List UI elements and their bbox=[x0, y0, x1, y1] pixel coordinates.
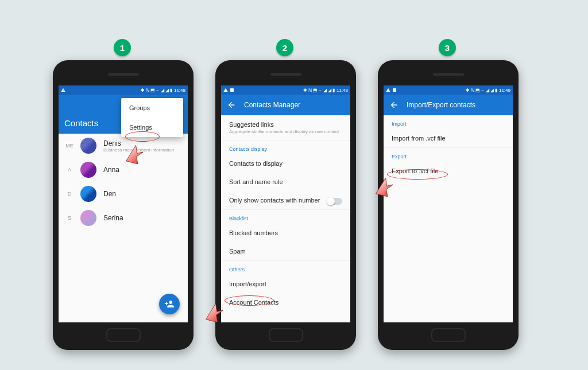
phone-1: ✱ ℕ ⬒ ⎓ ◢ ◢ ▮11:48 Contacts ME bbox=[53, 60, 194, 350]
page-title: Import/Export contacts bbox=[407, 101, 475, 109]
contact-tag: D bbox=[65, 191, 74, 197]
section-header-blacklist: Blacklist bbox=[221, 210, 350, 224]
status-icons: ✱ ℕ ⬒ ⎓ ◢ ◢ ▮ bbox=[141, 88, 172, 93]
row-import-export[interactable]: Import/export bbox=[221, 275, 350, 293]
row-suggested-links[interactable]: Suggested links Aggregate similar contac… bbox=[221, 115, 350, 140]
status-time: 11:48 bbox=[174, 88, 185, 93]
home-button[interactable] bbox=[431, 328, 466, 342]
status-bar: ✱ ℕ ⬒ ⎓ ◢ ◢ ▮11:48 bbox=[59, 85, 188, 95]
warning-icon bbox=[61, 88, 65, 92]
contact-name: Denis bbox=[103, 139, 174, 147]
image-icon bbox=[230, 88, 234, 92]
back-icon[interactable] bbox=[389, 100, 399, 110]
contact-tag: S bbox=[65, 215, 74, 221]
contact-name: Den bbox=[103, 190, 116, 198]
avatar bbox=[80, 138, 96, 154]
avatar bbox=[80, 186, 96, 202]
add-contact-fab[interactable] bbox=[159, 294, 180, 314]
screen-1: ✱ ℕ ⬒ ⎓ ◢ ◢ ▮11:48 Contacts ME bbox=[59, 85, 188, 322]
screen-2: ✱ ℕ ⬒ ⎓ ◢ ◢ ▮11:48 Contacts Manager Sugg… bbox=[221, 85, 350, 322]
row-account-contacts[interactable]: Account Contacts bbox=[221, 293, 350, 311]
row-import-vcf[interactable]: Import from .vcf file bbox=[384, 129, 513, 147]
page-title: Contacts Manager bbox=[244, 101, 300, 109]
avatar bbox=[80, 162, 96, 178]
contact-row-me[interactable]: ME Denis Business management information bbox=[59, 134, 188, 158]
status-time: 11:49 bbox=[499, 88, 510, 93]
contact-row[interactable]: A Anna bbox=[59, 158, 188, 182]
menu-item-groups[interactable]: Groups bbox=[121, 98, 183, 118]
app-bar: Contacts Manager bbox=[221, 95, 350, 115]
step-badge-3: 3 bbox=[439, 39, 456, 56]
phone-2: ✱ ℕ ⬒ ⎓ ◢ ◢ ▮11:48 Contacts Manager Sugg… bbox=[215, 60, 356, 350]
image-icon bbox=[392, 88, 397, 92]
tutorial-stage: 1 2 3 ✱ ℕ ⬒ ⎓ ◢ ◢ ▮11:48 Contacts bbox=[0, 0, 588, 370]
contact-tag: ME bbox=[65, 143, 74, 149]
back-icon[interactable] bbox=[227, 100, 236, 110]
contact-name: Anna bbox=[103, 166, 119, 174]
overflow-menu: Groups Settings bbox=[121, 98, 183, 137]
svg-rect-3 bbox=[230, 88, 234, 92]
section-header-import: Import bbox=[384, 115, 513, 129]
status-bar: ✱ ℕ ⬒ ⎓ ◢ ◢ ▮11:48 bbox=[221, 85, 350, 95]
status-icons: ✱ ℕ ⬒ ⎓ ◢ ◢ ▮ bbox=[303, 88, 335, 93]
menu-item-settings[interactable]: Settings bbox=[121, 118, 183, 137]
contact-row[interactable]: S Serina bbox=[59, 206, 188, 230]
status-bar: ✱ ℕ ⬒ ⎓ ◢ ◢ ▮11:49 bbox=[384, 85, 513, 95]
status-time: 11:48 bbox=[336, 88, 348, 93]
home-button[interactable] bbox=[269, 328, 303, 342]
row-blocked-numbers[interactable]: Blocked numbers bbox=[221, 224, 350, 242]
section-header-others: Others bbox=[221, 261, 350, 275]
svg-rect-4 bbox=[393, 88, 396, 92]
contact-sub: Business management information bbox=[103, 147, 174, 153]
page-title: Contacts bbox=[64, 118, 98, 128]
row-label: Only show contacts with number bbox=[229, 197, 320, 204]
screen-3: ✱ ℕ ⬒ ⎓ ◢ ◢ ▮11:49 Import/Export contact… bbox=[384, 85, 513, 322]
row-sublabel: Aggregate similar contacts and display a… bbox=[229, 129, 342, 134]
warning-icon bbox=[386, 88, 390, 92]
row-sort-rule[interactable]: Sort and name rule bbox=[221, 173, 350, 191]
row-label: Suggested links bbox=[229, 121, 342, 128]
row-spam[interactable]: Spam bbox=[221, 242, 350, 260]
contact-name: Serina bbox=[103, 214, 123, 222]
step-badge-1: 1 bbox=[114, 39, 131, 56]
section-header-display: Contacts display bbox=[221, 141, 350, 154]
phone-3: ✱ ℕ ⬒ ⎓ ◢ ◢ ▮11:49 Import/Export contact… bbox=[378, 60, 519, 350]
avatar bbox=[80, 210, 96, 226]
contact-row[interactable]: D Den bbox=[59, 182, 188, 206]
row-contacts-to-display[interactable]: Contacts to display bbox=[221, 154, 350, 173]
toggle-off[interactable] bbox=[327, 198, 342, 205]
step-badge-2: 2 bbox=[276, 39, 293, 56]
contact-tag: A bbox=[65, 167, 74, 173]
warning-icon bbox=[223, 88, 228, 92]
status-icons: ✱ ℕ ⬒ ⎓ ◢ ◢ ▮ bbox=[466, 88, 497, 93]
row-export-vcf[interactable]: Export to .vcf file bbox=[384, 162, 513, 180]
home-button[interactable] bbox=[106, 328, 141, 342]
app-bar: Import/Export contacts bbox=[384, 95, 513, 115]
section-header-export: Export bbox=[384, 148, 513, 162]
row-only-number[interactable]: Only show contacts with number bbox=[221, 191, 350, 209]
